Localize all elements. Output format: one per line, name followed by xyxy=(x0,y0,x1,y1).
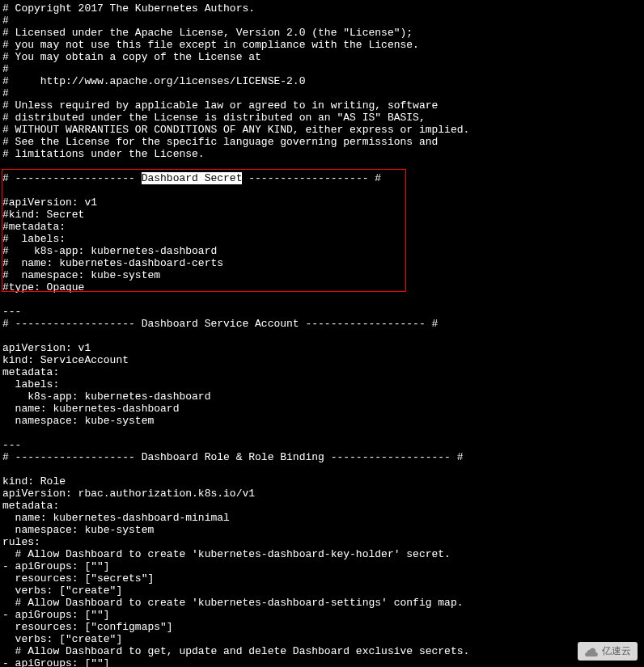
yaml-line: # namespace: kube-system xyxy=(2,269,642,281)
yaml-line: - apiGroups: [""] xyxy=(2,609,642,621)
comment-line: # http://www.apache.org/licenses/LICENSE… xyxy=(2,75,642,87)
watermark: 亿速云 xyxy=(578,642,638,661)
comment-line: # xyxy=(2,87,642,99)
blank-line xyxy=(2,293,642,306)
yaml-line: # labels: xyxy=(2,233,642,245)
yaml-line: apiVersion: rbac.authorization.k8s.io/v1 xyxy=(2,488,642,500)
yaml-line: - apiGroups: [""] xyxy=(2,657,642,667)
blank-line xyxy=(2,160,642,172)
blank-line xyxy=(2,463,642,475)
yaml-line: # Allow Dashboard to create 'kubernetes-… xyxy=(2,548,642,560)
comment-line: # You may obtain a copy of the License a… xyxy=(2,51,642,63)
comment-line: # Unless required by applicable law or a… xyxy=(2,99,642,112)
yaml-line: - apiGroups: [""] xyxy=(2,560,642,572)
yaml-line: metadata: xyxy=(2,366,642,378)
yaml-line: labels: xyxy=(2,378,642,390)
yaml-line: resources: ["secrets"] xyxy=(2,572,642,585)
terminal-editor[interactable]: # Copyright 2017 The Kubernetes Authors.… xyxy=(2,2,642,667)
comment-line: # xyxy=(2,15,642,27)
blank-line xyxy=(2,184,642,196)
comment-line: # xyxy=(2,63,642,75)
yaml-line: name: kubernetes-dashboard-minimal xyxy=(2,512,642,524)
section-header-role: # ------------------- Dashboard Role & R… xyxy=(2,451,642,463)
comment-line: # distributed under the License is distr… xyxy=(2,112,642,124)
yaml-line: metadata: xyxy=(2,500,642,512)
yaml-line: name: kubernetes-dashboard xyxy=(2,403,642,415)
comment-line: # Licensed under the Apache License, Ver… xyxy=(2,27,642,39)
yaml-line: kind: Role xyxy=(2,475,642,488)
yaml-line: # name: kubernetes-dashboard-certs xyxy=(2,257,642,269)
yaml-line: kind: ServiceAccount xyxy=(2,354,642,366)
yaml-line: verbs: ["create"] xyxy=(2,585,642,597)
selected-text: Dashboard Secret xyxy=(142,172,243,184)
yaml-line: # k8s-app: kubernetes-dashboard xyxy=(2,245,642,257)
yaml-separator: --- xyxy=(2,439,642,451)
yaml-line: verbs: ["create"] xyxy=(2,633,642,645)
yaml-line: resources: ["configmaps"] xyxy=(2,621,642,633)
yaml-line: namespace: kube-system xyxy=(2,415,642,427)
watermark-text: 亿速云 xyxy=(602,645,631,657)
yaml-line: #apiVersion: v1 xyxy=(2,196,642,209)
cloud-icon xyxy=(584,646,599,657)
yaml-line: # Allow Dashboard to get, update and del… xyxy=(2,645,642,657)
yaml-line: apiVersion: v1 xyxy=(2,342,642,354)
yaml-line: # Allow Dashboard to create 'kubernetes-… xyxy=(2,597,642,609)
comment-line: # you may not use this file except in co… xyxy=(2,39,642,51)
yaml-line: k8s-app: kubernetes-dashboard xyxy=(2,390,642,403)
section-header-secret: # ------------------- Dashboard Secret -… xyxy=(2,172,642,184)
blank-line xyxy=(2,330,642,342)
comment-line: # See the License for the specific langu… xyxy=(2,136,642,148)
yaml-line: #metadata: xyxy=(2,221,642,233)
comment-line: # limitations under the License. xyxy=(2,148,642,160)
yaml-line: #kind: Secret xyxy=(2,209,642,221)
comment-line: # Copyright 2017 The Kubernetes Authors. xyxy=(2,2,642,15)
yaml-line: rules: xyxy=(2,536,642,548)
yaml-line: namespace: kube-system xyxy=(2,524,642,536)
comment-line: # WITHOUT WARRANTIES OR CONDITIONS OF AN… xyxy=(2,124,642,136)
yaml-line: #type: Opaque xyxy=(2,281,642,293)
blank-line xyxy=(2,427,642,439)
section-header-service-account: # ------------------- Dashboard Service … xyxy=(2,318,642,330)
yaml-separator: --- xyxy=(2,306,642,318)
